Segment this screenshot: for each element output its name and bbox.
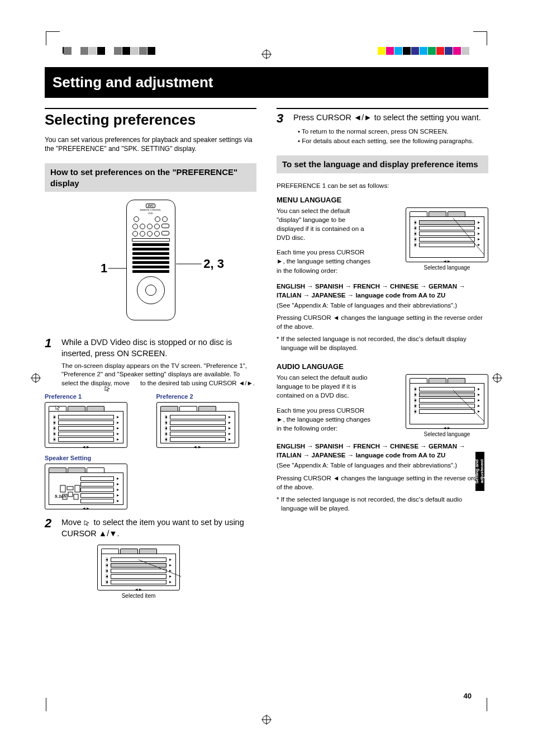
intro-text: You can set various preferences for play… <box>45 135 256 153</box>
step-3-bullets: To return to the normal screen, press ON… <box>298 127 488 145</box>
cursor-pointer-icon <box>84 518 92 523</box>
registration-mark-icon <box>261 49 272 59</box>
preference-2-panel: ◂▸ ◂▸ ◂▸ ◂▸ ◂▸ ◂ ▸ <box>156 402 239 448</box>
preference-1-panel: ◂▸ ◂▸ ◂▸ ◂▸ ◂▸ ◂ ▸ <box>45 402 127 448</box>
menu-language-panel: ◂▸ ◂▸ ◂▸ ◂▸ ◂▸ ◂ ▸ <box>406 207 488 262</box>
step-3-number: 3 <box>277 112 288 125</box>
remote-brand: JVC <box>146 204 156 208</box>
preference-1-note: PREFERENCE 1 can be set as follows: <box>277 181 488 190</box>
svg-rect-18 <box>74 494 78 499</box>
menu-language-sequence: ENGLISH → SPANISH → FRENCH → CHINESE → G… <box>277 282 488 300</box>
step-2-number: 2 <box>45 517 56 539</box>
jog-dial-icon <box>137 276 165 304</box>
speaker-setting-panel: 5.1ch ▸ ▸ ▸ ▸ ▸ ◂ ▸ <box>45 464 127 509</box>
svg-line-22 <box>453 390 484 422</box>
step-1-body: The on-screen display appears on the TV … <box>61 362 256 388</box>
audio-language-p1: You can select the default audio languag… <box>277 373 372 400</box>
audio-language-heading: AUDIO LANGUAGE <box>277 362 488 371</box>
menu-language-heading: MENU LANGUAGE <box>277 196 488 204</box>
section-title: Selecting preferences <box>45 111 256 129</box>
subhead-how-to-set: How to set preferences on the "PREFERENC… <box>45 163 256 192</box>
step-3-title: Press CURSOR ◄/► to select the setting y… <box>293 112 481 125</box>
subhead-language-display: To set the language and display preferen… <box>277 155 488 173</box>
audio-language-panel: ◂▸ ◂▸ ◂▸ ◂▸ ◂▸ ◂ ▸ <box>406 374 488 429</box>
svg-rect-16 <box>67 486 73 490</box>
step-2-title: Move to select the item you want to set … <box>61 517 256 539</box>
selected-item-panel: ◂▸ ◂▸ ◂▸ ◂▸ ◂▸ ◂ ▸ <box>97 545 180 590</box>
audio-language-see: (See "Appendix A: Table of languages and… <box>277 461 488 470</box>
svg-line-20 <box>139 560 181 577</box>
preference-2-label: Preference 2 <box>156 393 257 400</box>
chapter-banner: Setting and adjustment <box>45 67 488 98</box>
menu-language-footnote: * If the selected language is not record… <box>277 334 488 352</box>
menu-language-reverse: Pressing CURSOR ◄ changes the language s… <box>277 313 488 331</box>
audio-language-caption: Selected language <box>406 431 488 437</box>
menu-language-p2: Each time you press CURSOR ►, the langua… <box>277 248 372 275</box>
menu-language-p1: You can select the default "display" lan… <box>277 206 372 242</box>
speaker-channel-label: 5.1ch <box>55 494 66 499</box>
callout-1: 1 <box>101 261 107 276</box>
selected-item-caption: Selected item <box>97 593 180 599</box>
svg-rect-19 <box>68 492 73 497</box>
callout-2-3: 2, 3 <box>203 257 224 271</box>
svg-rect-15 <box>75 485 80 492</box>
remote-illustration: JVC REMOTE CONTROL DVD <box>126 200 175 320</box>
remote-dvd-label: DVD <box>148 212 153 215</box>
step-1-title: While a DVD Video disc is stopped or no … <box>61 337 256 359</box>
page-number: 40 <box>464 692 472 700</box>
menu-language-see: (See "Appendix A: Table of languages and… <box>277 301 488 310</box>
svg-rect-14 <box>60 485 65 492</box>
registration-mark-icon <box>492 373 502 383</box>
menu-language-caption: Selected language <box>406 264 488 271</box>
preference-1-label: Preference 1 <box>45 393 145 400</box>
registration-mark-icon <box>261 715 272 725</box>
side-tab: Setting and adjustment <box>475 452 484 491</box>
step-1-number: 1 <box>45 337 56 359</box>
remote-subtitle: REMOTE CONTROL <box>140 209 161 211</box>
audio-language-sequence: ENGLISH → SPANISH → FRENCH → CHINESE → G… <box>277 442 488 460</box>
registration-color-strip <box>377 47 469 57</box>
registration-mark-icon <box>31 373 41 383</box>
speaker-setting-label: Speaker Setting <box>45 455 256 461</box>
audio-language-footnote: * If the selected language is not record… <box>277 495 488 513</box>
audio-language-reverse: Pressing CURSOR ◄ changes the language s… <box>277 474 488 492</box>
registration-gray-strip <box>64 47 156 57</box>
cursor-pointer-icon <box>104 385 112 391</box>
audio-language-p2: Each time you press CURSOR ►, the langua… <box>277 406 372 433</box>
svg-line-21 <box>453 218 484 255</box>
